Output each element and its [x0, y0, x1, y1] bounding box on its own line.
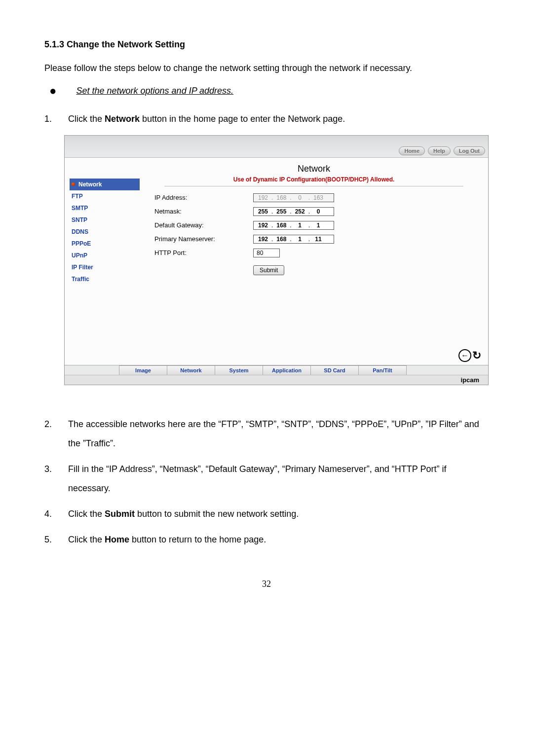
sidebar-item-smtp[interactable]: SMTP [70, 202, 140, 214]
nameserver-field[interactable]: 192. 168. 1. 11 [253, 235, 334, 244]
intro-text: Please follow the steps below to change … [44, 62, 489, 75]
sidebar-item-pppoe[interactable]: PPPoE [70, 238, 140, 250]
sidebar-item-ddns[interactable]: DDNS [70, 226, 140, 238]
back-icon[interactable]: ← [458, 349, 471, 362]
submit-button[interactable]: Submit [253, 265, 284, 275]
nameserver-label: Primary Nameserver: [154, 235, 253, 243]
home-button[interactable]: Home [399, 146, 425, 155]
http-port-field[interactable]: 80 [253, 249, 280, 257]
brand-label: ipcam [65, 375, 488, 385]
tab-network[interactable]: Network [167, 365, 215, 375]
tab-system[interactable]: System [215, 365, 263, 375]
tab-sdcard[interactable]: SD Card [310, 365, 359, 375]
http-port-label: HTTP Port: [154, 249, 253, 256]
bullet-dot-icon: ● [49, 84, 57, 98]
step1-pre: Click the [68, 114, 105, 124]
sidebar-item-traffic[interactable]: Traffic [70, 273, 140, 285]
sidebar-item-upnp[interactable]: UPnP [70, 250, 140, 261]
refresh-icon[interactable]: ↻ [472, 350, 483, 361]
netmask-field[interactable]: 255. 255. 252. 0 [253, 207, 334, 216]
netmask-label: Netmask: [154, 208, 253, 215]
step-4: 4. Click the Submit button to submit the… [44, 504, 489, 524]
sidebar: Network FTP SMTP SNTP DDNS PPPoE UPnP IP… [65, 158, 140, 365]
bottom-tabs: Image Network System Application SD Card… [65, 365, 488, 375]
sidebar-item-network[interactable]: Network [70, 179, 140, 190]
ip-address-field[interactable]: 192. 168. 0. 163 [253, 193, 334, 202]
gateway-label: Default Gateway: [154, 221, 253, 229]
sidebar-item-ftp[interactable]: FTP [70, 190, 140, 202]
sidebar-item-sntp[interactable]: SNTP [70, 214, 140, 226]
dhcp-message: Use of Dynamic IP Configuration(BOOTP/DH… [164, 176, 463, 186]
bullet-text: Set the network options and IP address. [76, 86, 234, 96]
bullet-item: ● Set the network options and IP address… [44, 84, 489, 98]
step-3: 3. Fill in the “IP Address”, “Netmask”, … [44, 460, 489, 499]
sidebar-item-ipfilter[interactable]: IP Filter [70, 261, 140, 273]
page-number: 32 [44, 579, 489, 589]
gateway-field[interactable]: 192. 168. 1. 1 [253, 221, 334, 230]
step1-bold: Network [105, 114, 140, 124]
tab-pantilt[interactable]: Pan/Tilt [358, 365, 407, 375]
step-2: 2. The accessible networks here are the … [44, 415, 489, 454]
logout-button[interactable]: Log Out [454, 146, 485, 155]
ip-address-label: IP Address: [154, 194, 253, 201]
help-button[interactable]: Help [428, 146, 451, 155]
step-1: 1. Click the Network button in the home … [44, 109, 489, 129]
tab-image[interactable]: Image [119, 365, 167, 375]
section-heading: 5.1.3 Change the Network Setting [44, 39, 489, 50]
step1-post: button in the home page to enter the Net… [140, 114, 345, 124]
step-5: 5. Click the Home button to return to th… [44, 530, 489, 550]
tab-application[interactable]: Application [263, 365, 311, 375]
top-bar: Home Help Log Out [65, 136, 488, 158]
panel-title: Network [154, 164, 473, 174]
network-screenshot: Home Help Log Out Network FTP SMTP SNTP … [64, 135, 489, 385]
